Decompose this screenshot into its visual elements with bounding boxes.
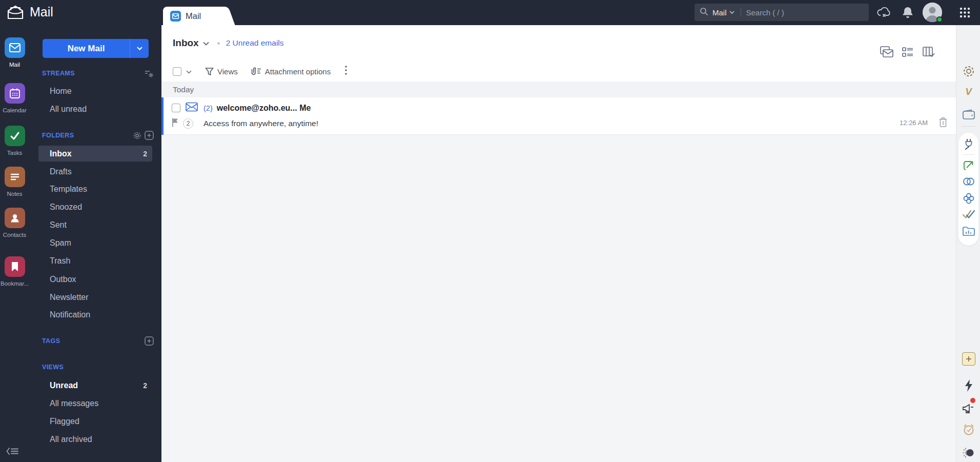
chart-folder-app-icon[interactable] — [956, 225, 980, 236]
folders-settings-gear-icon[interactable] — [133, 131, 141, 142]
add-folder-icon[interactable] — [145, 131, 154, 142]
add-tag-icon[interactable] — [145, 336, 154, 348]
list-view-icon[interactable] — [902, 46, 914, 61]
sidebar-folder-inbox[interactable]: Inbox 2 — [38, 146, 152, 162]
sidebar-stream-home[interactable]: Home — [38, 83, 152, 99]
streams-section-header: STREAMS — [42, 70, 75, 77]
sidebar-folder-sent[interactable]: Sent — [38, 217, 152, 233]
settings-gear-icon[interactable] — [956, 65, 980, 78]
rail-item-bookmarks[interactable]: Bookmar... — [0, 256, 29, 287]
sidebar-view-unread[interactable]: Unread 2 — [38, 377, 152, 393]
rail-item-calendar[interactable]: Calendar — [0, 83, 29, 113]
rail-item-notes[interactable]: Notes — [0, 167, 29, 197]
select-all-checkbox[interactable] — [173, 67, 181, 76]
collapse-sidebar-icon[interactable] — [6, 447, 19, 457]
unread-emails-link[interactable]: 2 Unread emails — [226, 38, 284, 48]
select-dropdown-icon[interactable] — [186, 67, 192, 76]
notes-app-icon — [5, 167, 25, 187]
sidebar-view-all-archived[interactable]: All archived — [38, 431, 152, 447]
plug-integration-icon[interactable] — [956, 138, 980, 151]
new-mail-button[interactable]: New Mail — [43, 39, 149, 58]
app-rail: Mail Calendar Tasks Notes Contacts Bookm… — [0, 25, 29, 462]
sidebar-folder-snoozed[interactable]: Snoozed — [38, 199, 152, 215]
mail-tab-icon — [170, 11, 181, 22]
funnel-icon — [205, 67, 214, 76]
new-mail-label[interactable]: New Mail — [43, 39, 130, 58]
zoho-v-badge-icon[interactable]: V — [956, 86, 980, 97]
green-arrow-app-icon[interactable] — [956, 159, 980, 172]
search-bar[interactable]: Mail — [695, 4, 869, 21]
sidebar-folder-trash[interactable]: Trash — [38, 253, 152, 269]
sidebar-folder-newsletter[interactable]: Newsletter — [38, 289, 152, 305]
linked-circles-app-icon[interactable] — [956, 176, 980, 187]
delete-email-icon[interactable] — [938, 117, 948, 130]
folder-dropdown-icon[interactable] — [203, 38, 209, 48]
rail-item-label: Bookmar... — [0, 280, 29, 287]
sidebar-folder-notification[interactable]: Notification — [38, 307, 152, 323]
views-filter-button[interactable]: Views — [205, 67, 238, 76]
sidebar-folder-templates[interactable]: Templates — [38, 181, 152, 197]
current-folder-title: Inbox — [173, 37, 199, 49]
bookmarks-app-icon — [5, 256, 25, 277]
contacts-app-icon — [5, 208, 25, 228]
shortcuts-lightning-icon[interactable] — [956, 379, 980, 392]
sidebar-folder-drafts[interactable]: Drafts — [38, 164, 152, 179]
email-checkbox[interactable] — [172, 104, 180, 112]
online-status-dot — [936, 16, 943, 23]
search-icon — [700, 7, 708, 18]
search-input[interactable] — [746, 8, 864, 17]
mail-app-icon — [5, 37, 25, 58]
unread-view-count: 2 — [143, 381, 147, 390]
search-divider — [741, 8, 741, 16]
tab-mail[interactable]: Mail — [163, 7, 223, 25]
reminders-clock-icon[interactable] — [956, 423, 980, 436]
new-mail-dropdown[interactable] — [130, 39, 149, 58]
sidebar-stream-all-unread[interactable]: All unread — [38, 101, 152, 117]
alert-dot — [970, 398, 975, 403]
mark-read-envelope-icon[interactable] — [880, 46, 893, 61]
panel-divider — [963, 154, 974, 155]
add-sticky-note-icon[interactable] — [956, 352, 980, 366]
views-label: Views — [217, 67, 238, 76]
double-check-app-icon[interactable] — [956, 209, 980, 220]
right-rail-divider — [961, 126, 976, 127]
more-options-kebab-icon[interactable] — [345, 66, 347, 77]
sidebar-folder-outbox[interactable]: Outbox — [38, 271, 152, 287]
rail-item-label: Tasks — [0, 150, 29, 156]
sender-count-prefix: (2) — [203, 104, 213, 112]
rail-item-mail[interactable]: Mail — [0, 37, 29, 68]
email-sender: welcome@zoho.eu... Me — [217, 104, 311, 113]
knot-app-icon[interactable] — [956, 192, 980, 205]
notifications-bell-icon[interactable] — [902, 7, 913, 21]
thread-count-badge: 2 — [183, 118, 193, 129]
cloud-sync-icon[interactable] — [876, 6, 892, 21]
column-view-icon[interactable] — [922, 46, 935, 61]
streams-filter-icon[interactable] — [145, 70, 154, 80]
flag-icon[interactable] — [171, 118, 178, 129]
sidebar-view-flagged[interactable]: Flagged — [38, 413, 152, 429]
search-scope-label: Mail — [712, 8, 727, 17]
apps-grid-icon[interactable] — [959, 7, 970, 20]
wallet-icon[interactable] — [956, 109, 980, 120]
rail-item-label: Notes — [0, 191, 29, 197]
sidebar-view-all-messages[interactable]: All messages — [38, 395, 152, 411]
folders-section-header: FOLDERS — [42, 132, 74, 139]
email-list-row[interactable]: (2) welcome@zoho.eu... Me 2 Access from … — [161, 97, 956, 135]
announcements-megaphone-icon[interactable] — [956, 400, 980, 415]
attachment-options-label: Attachment options — [265, 67, 331, 76]
tasks-app-icon — [5, 126, 25, 146]
user-avatar[interactable] — [923, 3, 942, 22]
rail-item-tasks[interactable]: Tasks — [0, 126, 29, 156]
rail-item-contacts[interactable]: Contacts — [0, 208, 29, 238]
rail-item-label: Mail — [0, 62, 29, 68]
empty-list-area — [161, 135, 956, 462]
attachment-options-button[interactable]: Attachment options — [251, 67, 331, 76]
date-group-header: Today — [161, 82, 956, 97]
night-mode-toggle-icon[interactable] — [956, 447, 980, 459]
search-scope-dropdown[interactable]: Mail — [712, 8, 734, 17]
unread-envelope-icon[interactable] — [186, 102, 198, 114]
inbox-unread-count: 2 — [143, 150, 147, 158]
calendar-app-icon — [5, 83, 25, 104]
email-subject: Access from anywhere, anytime! — [203, 119, 318, 128]
sidebar-folder-spam[interactable]: Spam — [38, 235, 152, 251]
